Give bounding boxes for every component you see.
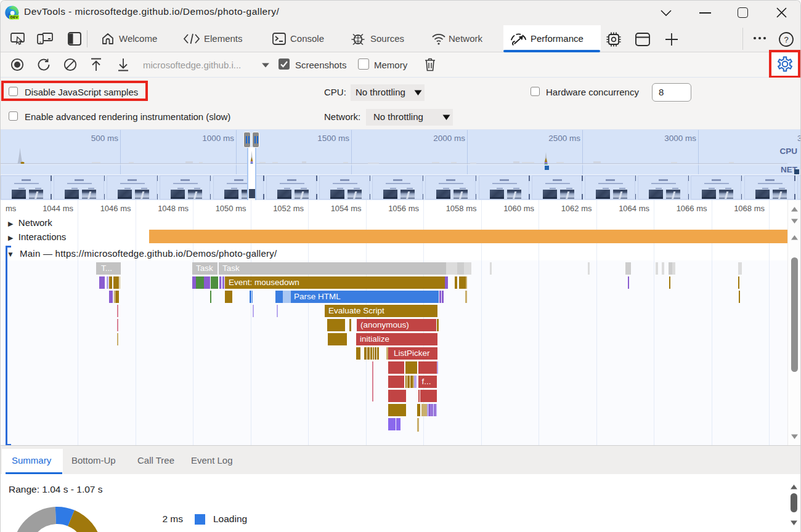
- svg-text:DEV: DEV: [10, 15, 18, 19]
- svg-text:?: ?: [784, 35, 788, 44]
